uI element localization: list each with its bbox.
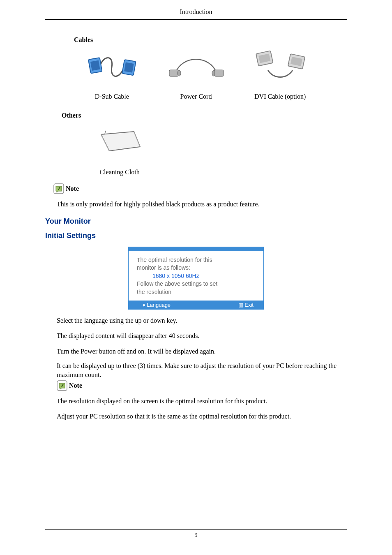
osd-line2: monitor is as follows: bbox=[137, 264, 257, 272]
osd-footer: ♦ Language ▥ Exit bbox=[129, 301, 263, 309]
note-row: Note bbox=[53, 183, 347, 194]
header-rule bbox=[45, 19, 347, 20]
osd-resolution: 1680 x 1050 60Hz bbox=[137, 272, 257, 280]
your-monitor-heading: Your Monitor bbox=[45, 217, 347, 226]
paragraph-6: Adjust your PC resolution so that it is … bbox=[57, 412, 347, 421]
osd-line1: The optimal resolution for this bbox=[137, 256, 257, 264]
paragraph-3: Turn the Power button off and on. It wil… bbox=[57, 347, 347, 356]
cable-item-dsub: D-Sub Cable bbox=[70, 49, 154, 100]
note-label: Note bbox=[66, 185, 79, 192]
item-label: Cleaning Cloth bbox=[99, 169, 139, 176]
osd-exit-control[interactable]: ▥ Exit bbox=[238, 302, 254, 308]
svg-rect-7 bbox=[214, 70, 224, 76]
page-header-title: Introduction bbox=[45, 8, 347, 16]
cables-row: D-Sub Cable Power Cord bbox=[70, 49, 322, 100]
note-icon bbox=[57, 380, 67, 391]
dsub-cable-icon bbox=[85, 49, 138, 86]
osd-topbar bbox=[129, 247, 263, 251]
paragraph-4: It can be displayed up to three (3) time… bbox=[57, 361, 347, 379]
note-icon bbox=[53, 183, 64, 194]
osd-body: The optimal resolution for this monitor … bbox=[129, 251, 263, 301]
page-number: 9 bbox=[45, 532, 347, 539]
svg-point-5 bbox=[178, 70, 181, 76]
paragraph-1: Select the language using the up or down… bbox=[57, 316, 347, 325]
osd-dialog: The optimal resolution for this monitor … bbox=[128, 247, 264, 310]
cable-item-dvi: DVI Cable (option) bbox=[238, 49, 322, 100]
item-label: Power Cord bbox=[180, 93, 212, 100]
osd-line4: the resolution bbox=[137, 288, 257, 296]
cleaning-cloth-icon bbox=[95, 124, 144, 161]
note-body: This is only provided for highly polishe… bbox=[57, 200, 347, 209]
cable-item-power: Power Cord bbox=[154, 49, 238, 100]
initial-settings-heading: Initial Settings bbox=[45, 231, 347, 240]
osd-language-control[interactable]: ♦ Language bbox=[143, 302, 171, 308]
svg-rect-4 bbox=[169, 70, 178, 76]
dvi-cable-icon bbox=[254, 49, 307, 86]
item-label: D-Sub Cable bbox=[95, 93, 129, 100]
page-footer: 9 bbox=[45, 529, 347, 539]
note-row-2: Note bbox=[57, 380, 347, 391]
footer-rule bbox=[45, 529, 347, 530]
item-label: DVI Cable (option) bbox=[254, 93, 306, 100]
osd-line3: Follow the above settings to set bbox=[137, 280, 257, 288]
power-cord-icon bbox=[165, 49, 227, 86]
note-label-2: Note bbox=[69, 382, 82, 389]
svg-rect-1 bbox=[90, 60, 100, 71]
cables-heading: Cables bbox=[74, 36, 347, 44]
paragraph-2: The displayed content will disappear aft… bbox=[57, 331, 347, 340]
svg-rect-3 bbox=[124, 62, 134, 73]
others-heading: Others bbox=[62, 112, 347, 119]
paragraph-5: The resolution displayed on the screen i… bbox=[57, 397, 347, 406]
others-item-cloth: Cleaning Cloth bbox=[70, 124, 169, 176]
